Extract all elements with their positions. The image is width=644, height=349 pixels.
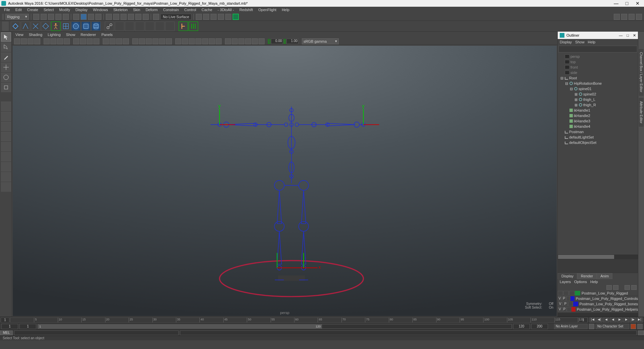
layout-single-icon[interactable] — [1, 102, 11, 111]
vp-icon[interactable] — [166, 38, 172, 44]
layer-row[interactable]: VPPostman_Low_Poly_Rigged_bones — [558, 301, 638, 307]
layer-type-toggle[interactable]: P — [563, 302, 567, 306]
live-surface-field[interactable]: No Live Surface — [160, 14, 191, 20]
layer-color-swatch[interactable] — [571, 307, 576, 312]
layer-extra-toggle[interactable] — [569, 291, 574, 296]
vp-icon[interactable] — [216, 38, 222, 44]
outliner-node[interactable]: ⊟Root — [558, 75, 638, 81]
layer-row[interactable]: VPPostman_Low_Poly_Rigged_Controls — [558, 296, 638, 301]
layer-menu-layers[interactable]: Layers — [560, 280, 571, 284]
layer-vis-toggle[interactable]: V — [558, 296, 562, 301]
menu-redshift[interactable]: Redshift — [237, 7, 255, 12]
vp-icon[interactable] — [182, 38, 188, 44]
layer-color-swatch[interactable] — [575, 291, 580, 296]
vp-icon[interactable] — [87, 38, 93, 44]
outliner-node[interactable]: ⊟spine01 — [558, 86, 638, 91]
range-in-field[interactable]: 1 — [19, 324, 36, 329]
shelf-skin-icon[interactable] — [125, 22, 134, 31]
panel-menu-view[interactable]: View — [14, 32, 25, 37]
vp-icon[interactable] — [152, 38, 158, 44]
save-scene-icon[interactable] — [48, 14, 54, 20]
script-language-toggle[interactable]: MEL — [0, 331, 13, 335]
vp-icon[interactable] — [132, 38, 138, 44]
layer-tab-anim[interactable]: Anim — [597, 273, 612, 279]
undo-icon[interactable] — [55, 14, 61, 20]
rotate-tool[interactable] — [1, 73, 11, 82]
outliner-search-field[interactable] — [558, 46, 637, 52]
menu-skin[interactable]: Skin — [131, 7, 142, 12]
menu-constrain[interactable]: Constrain — [161, 7, 181, 12]
vp-icon[interactable] — [34, 38, 40, 44]
vp-icon[interactable] — [44, 38, 50, 44]
expand-toggle[interactable]: ⊟ — [560, 76, 564, 80]
layer-extra-toggle[interactable] — [568, 302, 573, 306]
shelf-blend-icon[interactable] — [145, 22, 154, 31]
vp-icon[interactable] — [21, 38, 27, 44]
viewport-persp[interactable]: y y x persp Symmetry:Off Soft Select:On — [13, 46, 557, 316]
shelf-paint-icon[interactable] — [135, 22, 144, 31]
layer-new-empty-icon[interactable] — [625, 285, 630, 290]
menu-windows[interactable]: Windows — [91, 7, 110, 12]
ipr-icon[interactable] — [203, 14, 209, 20]
anim-layer-dropdown[interactable]: No Anim Layer — [554, 324, 588, 329]
menu-modify[interactable]: Modify — [57, 7, 72, 12]
vp-icon[interactable] — [14, 38, 20, 44]
menu-select[interactable]: Select — [42, 7, 56, 12]
script-editor-button[interactable] — [638, 331, 644, 335]
range-thumb[interactable]: 1120 — [38, 324, 322, 328]
vp-icon[interactable] — [93, 38, 99, 44]
close-button[interactable]: ✕ — [635, 1, 640, 6]
panel-menu-show[interactable]: Show — [65, 32, 77, 37]
layout-persp-graph-icon[interactable] — [1, 152, 11, 161]
vp-icon[interactable] — [73, 38, 79, 44]
anim-layer-icon[interactable] — [589, 324, 594, 329]
toggle-modeling-icon[interactable] — [636, 14, 642, 20]
range-slider[interactable]: 1 1 1120 120 200 No Anim Layer No Charac… — [0, 323, 644, 329]
current-time-left[interactable]: 1 — [1, 317, 9, 323]
render-icon[interactable] — [196, 14, 202, 20]
step-forward-button[interactable]: ▶ — [623, 317, 629, 323]
outliner-node[interactable]: ⊟HipRotationBone — [558, 81, 638, 86]
shelf-ik-icon[interactable] — [115, 22, 124, 31]
vp-icon[interactable] — [50, 38, 56, 44]
toggle-channelbox-icon[interactable] — [614, 14, 620, 20]
menu-display[interactable]: Display — [74, 7, 90, 12]
vp-icon[interactable] — [189, 38, 195, 44]
layer-extra-toggle[interactable] — [567, 307, 571, 312]
layer-tab-render[interactable]: Render — [577, 273, 597, 279]
menu-file[interactable]: File — [2, 7, 12, 12]
select-hilite-icon[interactable] — [81, 14, 87, 20]
shelf-sphere-icon[interactable] — [71, 22, 81, 31]
shelf-cylinder-icon[interactable] — [91, 22, 101, 31]
panel-menu-lighting[interactable]: Lighting — [46, 32, 62, 37]
layout-two-v-icon[interactable] — [1, 132, 11, 141]
shelf-icon-4[interactable] — [41, 22, 50, 31]
outliner-scrollbar[interactable] — [558, 255, 638, 259]
outliner-node[interactable]: side — [558, 70, 638, 75]
select-mode-icon[interactable] — [73, 14, 79, 20]
shelf-icon-3[interactable] — [31, 22, 40, 31]
shelf-tab-handle[interactable] — [2, 22, 9, 31]
paint-tool[interactable] — [1, 52, 11, 62]
layer-move-down-icon[interactable] — [613, 285, 618, 290]
play-backward-button[interactable]: ◀ — [610, 317, 616, 323]
outliner-max-button[interactable]: □ — [627, 33, 629, 38]
shelf-icon-1[interactable] — [11, 22, 20, 31]
menu-help[interactable]: Help — [280, 7, 291, 12]
status-grip[interactable] — [2, 14, 4, 20]
shelf-cluster-icon[interactable] — [155, 22, 165, 31]
hypershade-icon[interactable] — [218, 14, 224, 20]
panel-menu-renderer[interactable]: Renderer — [79, 32, 97, 37]
layer-type-toggle[interactable]: P — [562, 296, 566, 301]
outliner-menu-display[interactable]: Display — [560, 40, 572, 44]
vp-icon[interactable] — [57, 38, 63, 44]
layer-extra-toggle[interactable] — [566, 296, 570, 301]
layer-color-swatch[interactable] — [570, 296, 574, 301]
layer-type-toggle[interactable] — [563, 291, 569, 296]
vp-icon[interactable] — [123, 38, 129, 44]
toggle-attr-editor-icon[interactable] — [621, 14, 627, 20]
outliner-node[interactable]: ikHandle4 — [558, 124, 638, 129]
vp-icon[interactable] — [232, 38, 238, 44]
shelf-constraint-icon[interactable] — [165, 22, 175, 31]
outliner-close-button[interactable]: ✕ — [633, 33, 636, 38]
